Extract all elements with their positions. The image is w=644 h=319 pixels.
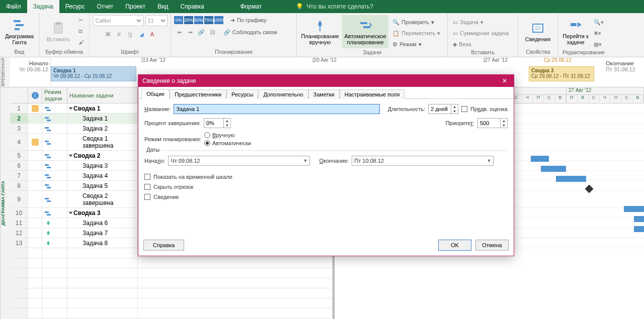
pct-spinner[interactable]: ▲▼: [224, 118, 231, 128]
menu-format[interactable]: Формат: [234, 0, 268, 13]
task-name-cell[interactable]: Задача 7: [67, 228, 138, 238]
row-number[interactable]: 3: [10, 124, 28, 133]
bold-button[interactable]: Ж: [103, 29, 113, 39]
mode-manual-radio[interactable]: Вручную: [204, 132, 251, 138]
find-button[interactable]: 🔍▾: [592, 17, 606, 27]
task-name-cell[interactable]: Сводка 1 завершена: [67, 134, 138, 150]
col-mode[interactable]: Режим задачи: [42, 87, 67, 103]
fill-color-button[interactable]: ◢: [136, 29, 146, 39]
row-number[interactable]: 8: [10, 181, 28, 190]
hide-bar-checkbox[interactable]: [144, 184, 150, 190]
collapse-icon[interactable]: [69, 211, 73, 214]
dialog-titlebar[interactable]: Сведения о задаче ✕: [138, 75, 514, 87]
task-name-cell[interactable]: Задача 5: [67, 181, 138, 190]
menu-resource[interactable]: Ресурс: [59, 0, 91, 13]
row-number[interactable]: 4: [10, 134, 28, 150]
collapse-icon[interactable]: [69, 107, 73, 110]
task-name-cell[interactable]: Задача 4: [67, 171, 138, 180]
task-insert-button[interactable]: ▭ Задача ▾: [451, 17, 511, 27]
tell-me[interactable]: 💡 Что вы хотите сделать?: [296, 0, 373, 13]
paste-button[interactable]: Вставить: [42, 15, 74, 48]
clear-button[interactable]: ✖▾: [592, 28, 606, 38]
menu-project[interactable]: Проект: [119, 0, 151, 13]
row-number[interactable]: 7: [10, 171, 28, 180]
rollup-checkbox[interactable]: [144, 194, 150, 200]
auto-schedule-button[interactable]: Автоматическое планирование: [342, 15, 388, 48]
mode-button[interactable]: ⚙ Режим ▾: [390, 39, 442, 49]
respect-links-button[interactable]: 🔗 Соблюдать связи: [221, 27, 279, 37]
move-button[interactable]: 📋 Переместить ▾: [390, 28, 442, 38]
row-number[interactable]: 5: [10, 151, 28, 160]
pct-100[interactable]: 100%: [214, 16, 223, 24]
show-timeline-checkbox[interactable]: [144, 174, 150, 180]
row-number[interactable]: 6: [10, 161, 28, 170]
task-name-cell[interactable]: Задача 2: [67, 124, 138, 133]
col-indicators[interactable]: i: [28, 87, 42, 103]
percent-complete-field[interactable]: [204, 118, 224, 128]
manual-schedule-button[interactable]: Планирование вручную: [300, 15, 340, 48]
pct-75[interactable]: 75%: [204, 16, 213, 24]
timeline-bar-s3[interactable]: Сводка 3Ср 29.08.12 - Пт 31.08.12: [529, 66, 594, 81]
information-button[interactable]: Сведения: [521, 15, 554, 48]
copy-button[interactable]: ⧉: [76, 26, 86, 36]
tab-custom-fields[interactable]: Настраиваемые поля: [340, 89, 405, 99]
row-number[interactable]: 12: [10, 228, 28, 238]
task-name-cell[interactable]: Сводка 3: [67, 208, 138, 218]
tab-predecessors[interactable]: Предшественники: [170, 89, 226, 99]
task-bar[interactable]: [634, 226, 644, 232]
pct-0[interactable]: 0%: [174, 16, 183, 24]
row-number[interactable]: 11: [10, 218, 28, 228]
name-field[interactable]: [174, 104, 380, 114]
underline-button[interactable]: Ч: [125, 29, 135, 39]
row-number[interactable]: 10: [10, 208, 28, 218]
fill-button[interactable]: ▦▾: [592, 39, 606, 49]
gantt-chart-button[interactable]: Диаграмма Ганта: [3, 15, 36, 48]
task-name-cell[interactable]: Задача 6: [67, 218, 138, 228]
row-number[interactable]: 9: [10, 191, 28, 207]
milestone-button[interactable]: ◆ Веха: [451, 39, 511, 49]
task-name-cell[interactable]: Сводка 2: [67, 151, 138, 160]
mode-auto-radio[interactable]: Автоматически: [204, 140, 251, 146]
font-name-combo[interactable]: Calibri: [93, 15, 143, 26]
priority-field[interactable]: [477, 118, 501, 128]
task-bar[interactable]: [634, 216, 644, 222]
on-schedule-button[interactable]: ➔ По графику: [228, 15, 269, 25]
font-color-button[interactable]: A: [147, 29, 157, 39]
start-date-combo[interactable]: Чт 09.08.12▼: [168, 156, 310, 166]
tab-general[interactable]: Общие: [141, 89, 170, 99]
summary-task-button[interactable]: ▭ Суммарная задача: [451, 28, 511, 38]
pct-25[interactable]: 25%: [184, 16, 193, 24]
format-painter-button[interactable]: 🖌: [76, 37, 86, 47]
tab-advanced[interactable]: Дополнительно: [258, 89, 308, 99]
estimate-checkbox[interactable]: [461, 106, 467, 112]
menu-file[interactable]: Файл: [0, 0, 27, 13]
row-number[interactable]: 1: [10, 103, 28, 113]
outdent-button[interactable]: ⬅: [174, 27, 184, 37]
font-size-combo[interactable]: 11: [145, 15, 168, 26]
inspect-button[interactable]: 🔍 Проверить ▾: [390, 17, 442, 27]
task-bar[interactable]: [531, 156, 549, 162]
help-button[interactable]: Справка: [143, 240, 184, 251]
col-name[interactable]: Название задачи: [67, 87, 138, 103]
cancel-button[interactable]: Отмена: [475, 240, 509, 251]
tab-notes[interactable]: Заметки: [308, 89, 340, 99]
priority-spinner[interactable]: ▲▼: [501, 118, 508, 128]
task-bar[interactable]: [556, 176, 586, 182]
unlink-button[interactable]: ⛓: [207, 27, 217, 37]
duration-spinner[interactable]: ▲▼: [451, 104, 458, 114]
task-name-cell[interactable]: Задача 3: [67, 161, 138, 170]
task-name-cell[interactable]: Задача 1: [67, 114, 138, 123]
timeline-bar-s1[interactable]: Сводка 1Чт 09.08.12 - Ср 15.08.12: [51, 66, 136, 81]
collapse-icon[interactable]: [69, 154, 73, 157]
ok-button[interactable]: OK: [438, 240, 471, 251]
row-number[interactable]: 13: [10, 238, 28, 248]
task-name-cell[interactable]: Задача 8: [67, 238, 138, 248]
pct-50[interactable]: 50%: [194, 16, 203, 24]
cut-button[interactable]: ✂: [76, 15, 86, 25]
indent-button[interactable]: ➡: [185, 27, 195, 37]
col-rownum[interactable]: [10, 87, 28, 103]
duration-field[interactable]: [428, 104, 451, 114]
row-number[interactable]: 2: [10, 114, 28, 123]
close-icon[interactable]: ✕: [500, 77, 510, 84]
link-button[interactable]: 🔗: [196, 27, 206, 37]
